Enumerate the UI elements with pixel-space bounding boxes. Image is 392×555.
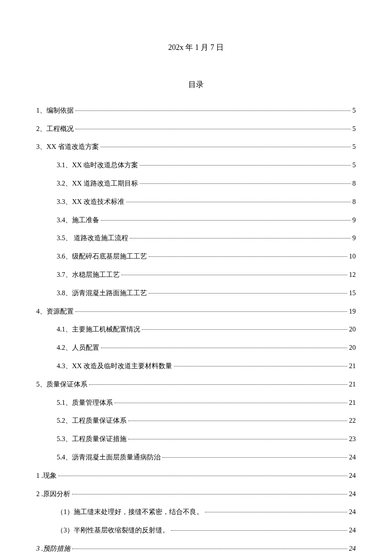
date-header: 202x 年 1 月 7 日	[36, 41, 356, 54]
toc-entry: 3 .预防措施 24	[36, 543, 356, 555]
toc-entry: 3.5、 道路改造施工流程 9	[36, 232, 356, 244]
toc-entry-page: 20	[349, 342, 356, 354]
toc-entry-page: 21	[349, 378, 356, 391]
toc-dots	[101, 220, 351, 221]
toc-entry-label: （1）施工缝末处理好，接缝不紧密，结合不良。	[57, 506, 203, 518]
toc-entry-page: 12	[349, 269, 356, 281]
toc-dots	[75, 311, 347, 312]
toc-entry-page: 5	[352, 105, 356, 117]
toc-dots	[142, 329, 347, 330]
toc-entry: 4、资源配置19	[36, 305, 356, 318]
toc-entry: （3）半刚性基层收缩裂缝的反射缝。 24	[36, 524, 356, 537]
toc-dots	[75, 110, 351, 111]
toc-dots	[205, 512, 347, 512]
toc-entry-label: 3.3、XX 改造技术标准	[57, 196, 124, 208]
toc-entry-page: 15	[349, 287, 356, 299]
toc-dots	[101, 348, 347, 348]
toc-dots	[162, 457, 347, 458]
toc-entry: 3.7、水稳层施工工艺 12	[36, 269, 356, 281]
toc-entry-page: 23	[349, 433, 356, 445]
toc-entry-page: 24	[349, 506, 356, 518]
toc-entry-page: 20	[349, 323, 356, 336]
toc-dots	[72, 494, 347, 494]
toc-dots	[149, 256, 347, 257]
toc-dots	[128, 439, 347, 439]
toc-entry-label: 3.5、 道路改造施工流程	[57, 232, 128, 244]
toc-dots	[72, 549, 347, 549]
toc-entry-page: 24	[349, 470, 356, 482]
toc-dots	[130, 238, 351, 238]
toc-entry: 4.2、人员配置 20	[36, 342, 356, 354]
toc-entry-page: 9	[352, 232, 356, 244]
toc-entry-label: 3.8、沥青混凝土路面施工工艺	[57, 287, 147, 299]
toc-entry: 4.3、XX 改造及临时改道主要材料数量21	[36, 360, 356, 372]
toc-entry: 4.1、主要施工机械配置情况 20	[36, 323, 356, 336]
toc-dots	[89, 384, 347, 385]
toc-entry-label: 5、质量保证体系	[36, 378, 87, 391]
toc-entry: 5.2、工程质量保证体系 22	[36, 415, 356, 427]
toc-entry: 2 .原因分析 24	[36, 488, 356, 500]
toc-entry-label: 3、XX 省道改造方案	[36, 141, 99, 153]
toc-dots	[171, 530, 347, 531]
toc-title: 目录	[36, 78, 356, 91]
toc-dots	[140, 165, 351, 166]
toc-entry-page: 24	[349, 488, 356, 500]
toc-entry-label: 5.4、沥青混凝土面层质量通病防治	[57, 451, 161, 464]
toc-entry-label: 3 .预防措施	[36, 543, 70, 555]
toc-entry-label: 3.1、XX 临时改道总体方案	[57, 159, 138, 171]
toc-dots	[126, 202, 351, 202]
toc-entry-label: 5.3、工程质量保证措施	[57, 433, 127, 445]
toc-entry-page: 24	[349, 451, 356, 464]
toc-entry-page: 5	[352, 141, 356, 153]
toc-entry-page: 8	[352, 177, 356, 190]
toc-entry-label: 1 .现象	[36, 470, 57, 482]
toc-entry-label: 1、编制依据	[36, 105, 74, 117]
toc-entry-label: 3.7、水稳层施工工艺	[57, 269, 120, 281]
toc-entry-page: 21	[349, 360, 356, 372]
toc-entry-label: 4、资源配置	[36, 305, 74, 318]
toc-entry: 3.8、沥青混凝土路面施工工艺 15	[36, 287, 356, 299]
toc-entry-page: 19	[349, 305, 356, 318]
toc-entry: 3.2、XX 道路改造工期目标8	[36, 177, 356, 190]
toc-dots	[75, 129, 351, 129]
toc-entry-page: 9	[352, 214, 356, 227]
toc-entry: 3、XX 省道改造方案 5	[36, 141, 356, 153]
toc-entry: 5.4、沥青混凝土面层质量通病防治 24	[36, 451, 356, 464]
toc-entry-page: 24	[349, 543, 356, 555]
toc-dots	[101, 147, 351, 147]
toc-dots	[128, 421, 347, 421]
toc-entry-page: 10	[349, 250, 356, 263]
toc-entry: 1、编制依据5	[36, 105, 356, 117]
toc-entry: 2、工程概况5	[36, 123, 356, 135]
toc-entry-label: 2 .原因分析	[36, 488, 70, 500]
toc-entry: 5.1、质量管理体系 21	[36, 397, 356, 409]
toc-entry-page: 24	[349, 524, 356, 537]
toc-entry-label: 3.4、施工准备	[57, 214, 99, 227]
toc-dots	[174, 366, 347, 366]
toc-dots	[149, 293, 347, 293]
toc-entry-page: 8	[352, 196, 356, 208]
toc-entry-label: 2、工程概况	[36, 123, 74, 135]
toc-entry: 5.3、工程质量保证措施 23	[36, 433, 356, 445]
toc-dots	[58, 476, 347, 476]
toc-entry-label: 4.3、XX 改造及临时改道主要材料数量	[57, 360, 172, 372]
toc-entry-page: 21	[349, 397, 356, 409]
toc-entry-label: （3）半刚性基层收缩裂缝的反射缝。	[57, 524, 169, 537]
toc-dots	[140, 183, 351, 184]
toc-dots	[115, 403, 347, 403]
toc-entry: 3.3、XX 改造技术标准8	[36, 196, 356, 208]
toc-entry: （1）施工缝末处理好，接缝不紧密，结合不良。 24	[36, 506, 356, 518]
toc-entry: 3.1、XX 临时改道总体方案5	[36, 159, 356, 171]
toc-entry-label: 5.2、工程质量保证体系	[57, 415, 127, 427]
toc-entry: 1 .现象 24	[36, 470, 356, 482]
toc-entry: 3.4、施工准备 9	[36, 214, 356, 227]
toc-entry: 3.6、级配碎石底基层施工工艺 10	[36, 250, 356, 263]
toc-entry-label: 3.2、XX 道路改造工期目标	[57, 177, 138, 190]
toc-entry: 5、质量保证体系21	[36, 378, 356, 391]
toc-entry-page: 22	[349, 415, 356, 427]
toc-entry-label: 4.2、人员配置	[57, 342, 99, 354]
toc-dots	[121, 275, 347, 275]
toc-entry-page: 5	[352, 123, 356, 135]
toc-entry-label: 3.6、级配碎石底基层施工工艺	[57, 250, 147, 263]
toc-entry-label: 5.1、质量管理体系	[57, 397, 113, 409]
